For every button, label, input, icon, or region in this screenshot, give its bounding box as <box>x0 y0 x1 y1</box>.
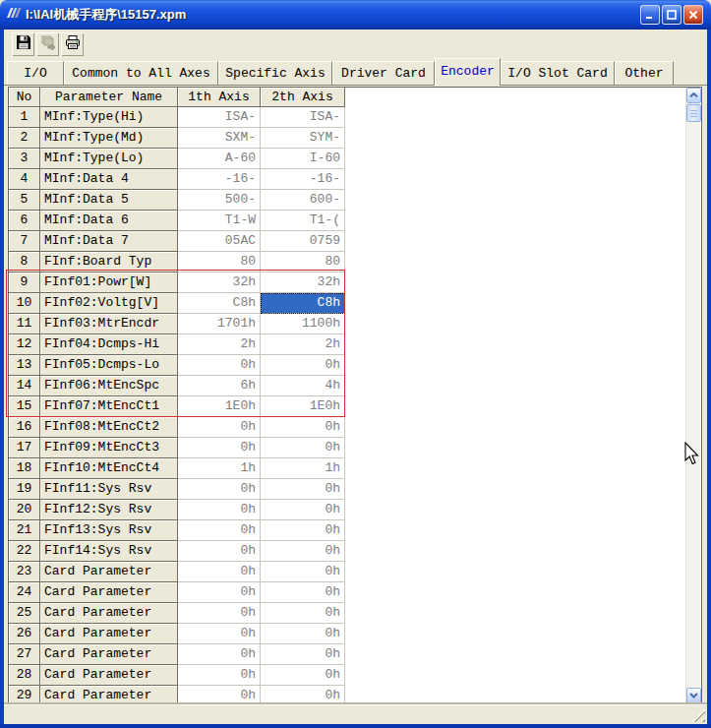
axis2-value-cell[interactable]: 80 <box>261 252 345 273</box>
axis1-value-cell[interactable]: 0h <box>178 541 261 562</box>
tab-i-o-slot-card[interactable]: I/O Slot Card <box>501 61 615 85</box>
export-icon <box>40 34 56 54</box>
axis2-value-cell[interactable]: 0h <box>261 417 345 438</box>
parameter-name-cell: FInf14:Sys Rsv <box>40 541 178 562</box>
table-row: 6MInf:Data 6T1-WT1-( <box>9 211 701 231</box>
parameter-grid: NoParameter Name1th Axis2th Axis1MInf:Ty… <box>8 87 702 704</box>
table-row: 27Card Parameter0h0h <box>9 644 701 665</box>
axis2-value-cell[interactable]: -16- <box>261 169 345 190</box>
tab-other[interactable]: Other <box>615 61 674 85</box>
row-number-cell: 26 <box>9 624 40 644</box>
table-row: 10FInf02:Voltg[V]C8hC8h <box>9 293 701 314</box>
axis2-value-cell[interactable]: I-60 <box>261 149 345 169</box>
maximize-button[interactable] <box>662 5 681 25</box>
axis2-value-cell[interactable]: 0h <box>261 562 345 582</box>
axis2-value-cell[interactable]: 0h <box>261 603 345 624</box>
axis2-value-cell[interactable]: 0h <box>261 582 345 603</box>
axis1-value-cell[interactable]: 2h <box>178 334 261 355</box>
axis2-value-cell[interactable]: 1h <box>261 458 345 479</box>
axis1-value-cell[interactable]: 0h <box>178 582 261 603</box>
axis2-value-cell[interactable]: 0h <box>261 665 345 686</box>
window-border-bottom <box>0 724 711 728</box>
axis2-value-cell[interactable]: 0h <box>261 355 345 376</box>
parameter-name-cell: FInf13:Sys Rsv <box>40 520 178 541</box>
axis2-value-cell[interactable]: 1E0h <box>261 396 345 417</box>
axis1-value-cell[interactable]: 6h <box>178 376 261 396</box>
axis2-value-cell[interactable]: 0h <box>261 479 345 500</box>
axis1-value-cell[interactable]: 0h <box>178 417 261 438</box>
axis2-value-cell[interactable]: 2h <box>261 334 345 355</box>
table-row: 12FInf04:Dcmps-Hi2h2h <box>9 334 701 355</box>
tab-common-to-all-axes[interactable]: Common to All Axes <box>64 61 218 85</box>
axis1-value-cell[interactable]: SXM- <box>178 128 261 149</box>
scroll-down-button[interactable] <box>686 688 701 703</box>
parameter-name-cell: FInf02:Voltg[V] <box>40 293 178 314</box>
axis2-value-cell[interactable]: 0759 <box>261 231 345 252</box>
axis2-value-cell[interactable]: 0h <box>261 644 345 665</box>
axis1-value-cell[interactable]: 0h <box>178 665 261 686</box>
minimize-button[interactable] <box>640 5 660 25</box>
axis2-value-cell[interactable]: 600- <box>261 190 345 211</box>
axis2-value-cell[interactable]: 0h <box>261 500 345 520</box>
axis1-value-cell[interactable]: 0h <box>178 520 261 541</box>
axis1-value-cell[interactable]: 80 <box>178 252 261 273</box>
close-button[interactable] <box>683 5 703 25</box>
axis1-value-cell[interactable]: 1h <box>178 458 261 479</box>
axis1-value-cell[interactable]: 0h <box>178 644 261 665</box>
axis1-value-cell[interactable]: 0h <box>178 624 261 644</box>
tab-encoder[interactable]: Encoder <box>435 58 501 86</box>
axis2-value-cell[interactable]: ISA- <box>261 107 345 128</box>
row-number-cell: 29 <box>9 686 40 704</box>
tab-i-o[interactable]: I/O <box>7 61 64 85</box>
axis1-value-cell[interactable]: 32h <box>178 273 261 293</box>
axis2-value-cell[interactable]: SYM- <box>261 128 345 149</box>
axis2-value-cell[interactable]: T1-( <box>261 211 345 231</box>
axis1-value-cell[interactable]: C8h <box>178 293 261 314</box>
row-number-cell: 12 <box>9 334 40 355</box>
axis1-value-cell[interactable]: 0h <box>178 438 261 458</box>
axis1-value-cell[interactable]: 0h <box>178 355 261 376</box>
parameter-name-cell: MInf:Data 4 <box>40 169 178 190</box>
print-button[interactable] <box>61 32 84 56</box>
axis1-value-cell[interactable]: 05AC <box>178 231 261 252</box>
axis2-value-cell[interactable]: 0h <box>261 686 345 704</box>
column-header: Parameter Name <box>40 88 178 107</box>
tab-driver-card[interactable]: Driver Card <box>332 61 435 85</box>
axis1-value-cell[interactable]: 0h <box>178 500 261 520</box>
row-number-cell: 20 <box>9 500 40 520</box>
tab-specific-axis[interactable]: Specific Axis <box>218 61 332 85</box>
axis1-value-cell[interactable]: ISA- <box>178 107 261 128</box>
print-icon <box>65 34 81 54</box>
parameter-name-cell: FInf:Board Typ <box>40 252 178 273</box>
selected-cell[interactable]: C8h <box>261 293 345 314</box>
parameter-name-cell: Card Parameter <box>40 603 178 624</box>
axis2-value-cell[interactable]: 0h <box>261 520 345 541</box>
axis1-value-cell[interactable]: 0h <box>178 562 261 582</box>
axis1-value-cell[interactable]: 0h <box>178 479 261 500</box>
axis1-value-cell[interactable]: 0h <box>178 686 261 704</box>
table-row: 3MInf:Type(Lo)A-60I-60 <box>9 149 701 169</box>
axis1-value-cell[interactable]: 500- <box>178 190 261 211</box>
resize-grip[interactable] <box>692 709 705 722</box>
axis2-value-cell[interactable]: 32h <box>261 273 345 293</box>
axis2-value-cell[interactable]: 0h <box>261 624 345 644</box>
axis2-value-cell[interactable]: 1100h <box>261 314 345 334</box>
axis2-value-cell[interactable]: 0h <box>261 541 345 562</box>
axis1-value-cell[interactable]: 1701h <box>178 314 261 334</box>
parameter-name-cell: FInf03:MtrEncdr <box>40 314 178 334</box>
row-number-cell: 23 <box>9 562 40 582</box>
export-button[interactable] <box>36 32 59 56</box>
vertical-scrollbar[interactable] <box>685 88 700 703</box>
axis1-value-cell[interactable]: T1-W <box>178 211 261 231</box>
axis1-value-cell[interactable]: 0h <box>178 603 261 624</box>
table-row: 26Card Parameter0h0h <box>9 624 701 644</box>
axis1-value-cell[interactable]: 1E0h <box>178 396 261 417</box>
parameter-name-cell: FInf04:Dcmps-Hi <box>40 334 178 355</box>
save-button[interactable] <box>12 32 34 56</box>
scroll-up-button[interactable] <box>686 88 701 103</box>
axis1-value-cell[interactable]: A-60 <box>178 149 261 169</box>
axis2-value-cell[interactable]: 4h <box>261 376 345 396</box>
axis1-value-cell[interactable]: -16- <box>178 169 261 190</box>
axis2-value-cell[interactable]: 0h <box>261 438 345 458</box>
scrollbar-thumb[interactable] <box>686 104 701 122</box>
